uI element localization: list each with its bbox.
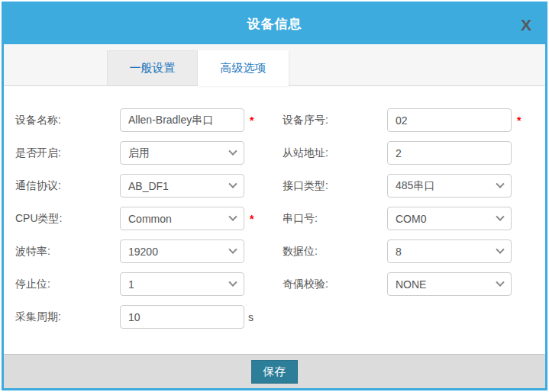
protocol-select-value: AB_DF1 xyxy=(128,180,169,192)
field-row-stop-bits: 停止位: 1 xyxy=(15,272,283,296)
chevron-down-icon xyxy=(228,179,237,188)
field-row-enable: 是否开启: 启用 xyxy=(15,141,283,165)
enable-select[interactable]: 启用 xyxy=(120,141,244,165)
protocol-label: 通信协议: xyxy=(15,179,120,193)
device-serial-label: 设备序号: xyxy=(283,114,387,127)
slave-address-input[interactable] xyxy=(387,141,512,165)
required-asterisk: * xyxy=(250,114,254,127)
close-icon[interactable]: X xyxy=(521,16,531,32)
enable-label: 是否开启: xyxy=(15,146,120,160)
field-row-interface-type: 接口类型: 485串口 xyxy=(283,174,542,198)
serial-port-label: 串口号: xyxy=(283,212,387,226)
field-row-parity: 奇偶校验: NONE xyxy=(283,272,542,296)
chevron-down-icon xyxy=(228,278,237,286)
protocol-select[interactable]: AB_DF1 xyxy=(120,174,244,198)
chevron-down-icon xyxy=(496,278,504,286)
tab-general-settings[interactable]: 一般设置 xyxy=(107,50,198,85)
field-row-collect-period: 采集周期: s xyxy=(15,305,283,329)
parity-select-value: NONE xyxy=(396,278,426,291)
device-info-dialog: 设备信息 X 一般设置 高级选项 设备名称: * 是否开启: 启用 通信协议: xyxy=(2,2,547,390)
serial-port-select[interactable]: COM0 xyxy=(387,207,512,230)
form-column-right: 设备序号: * 从站地址: 接口类型: 485串口 串口号: COM0 xyxy=(283,108,542,354)
cpu-type-label: CPU类型: xyxy=(15,212,120,226)
slave-address-label: 从站地址: xyxy=(283,146,387,160)
device-serial-input[interactable] xyxy=(387,108,512,132)
chevron-down-icon xyxy=(228,146,237,155)
chevron-down-icon xyxy=(228,245,237,253)
interface-type-select[interactable]: 485串口 xyxy=(387,174,512,198)
field-row-protocol: 通信协议: AB_DF1 xyxy=(15,174,283,198)
save-button[interactable]: 保存 xyxy=(251,360,298,384)
interface-type-select-value: 485串口 xyxy=(396,179,434,193)
field-row-cpu-type: CPU类型: Common * xyxy=(15,207,283,230)
serial-port-select-value: COM0 xyxy=(396,213,426,225)
form-area: 设备名称: * 是否开启: 启用 通信协议: AB_DF1 CPU类型: xyxy=(4,86,545,354)
parity-select[interactable]: NONE xyxy=(387,272,512,296)
dialog-footer: 保存 xyxy=(4,354,545,388)
baud-rate-select[interactable]: 19200 xyxy=(120,239,244,263)
tab-advanced-options[interactable]: 高级选项 xyxy=(198,50,289,86)
chevron-down-icon xyxy=(496,245,504,253)
cpu-type-select[interactable]: Common xyxy=(120,207,244,230)
field-row-data-bits: 数据位: 8 xyxy=(283,239,542,263)
collect-period-label: 采集周期: xyxy=(15,310,120,324)
tab-strip: 一般设置 高级选项 xyxy=(4,44,545,86)
enable-select-value: 启用 xyxy=(128,146,150,160)
collect-period-input[interactable] xyxy=(120,305,244,329)
data-bits-label: 数据位: xyxy=(283,245,387,259)
device-name-label: 设备名称: xyxy=(15,114,120,127)
seconds-unit-suffix: s xyxy=(248,311,254,323)
required-asterisk: * xyxy=(517,114,521,127)
field-row-serial-port: 串口号: COM0 xyxy=(283,207,542,230)
data-bits-select-value: 8 xyxy=(396,246,402,258)
chevron-down-icon xyxy=(228,212,237,220)
stop-bits-select-value: 1 xyxy=(128,278,134,291)
chevron-down-icon xyxy=(496,212,504,220)
dialog-header: 设备信息 X xyxy=(4,4,545,44)
field-row-device-serial: 设备序号: * xyxy=(283,108,542,132)
cpu-type-select-value: Common xyxy=(128,213,172,225)
baud-rate-select-value: 19200 xyxy=(128,246,158,258)
form-column-left: 设备名称: * 是否开启: 启用 通信协议: AB_DF1 CPU类型: xyxy=(15,108,283,354)
baud-rate-label: 波特率: xyxy=(15,245,120,259)
stop-bits-label: 停止位: xyxy=(15,278,120,291)
parity-label: 奇偶校验: xyxy=(283,278,387,291)
field-row-device-name: 设备名称: * xyxy=(15,108,283,132)
field-row-slave-address: 从站地址: xyxy=(283,141,542,165)
chevron-down-icon xyxy=(496,179,504,188)
dialog-title: 设备信息 xyxy=(247,15,302,33)
interface-type-label: 接口类型: xyxy=(283,179,387,193)
device-name-input[interactable] xyxy=(120,108,244,132)
required-asterisk: * xyxy=(250,213,254,225)
data-bits-select[interactable]: 8 xyxy=(387,239,512,263)
field-row-baud-rate: 波特率: 19200 xyxy=(15,239,283,263)
stop-bits-select[interactable]: 1 xyxy=(120,272,244,296)
